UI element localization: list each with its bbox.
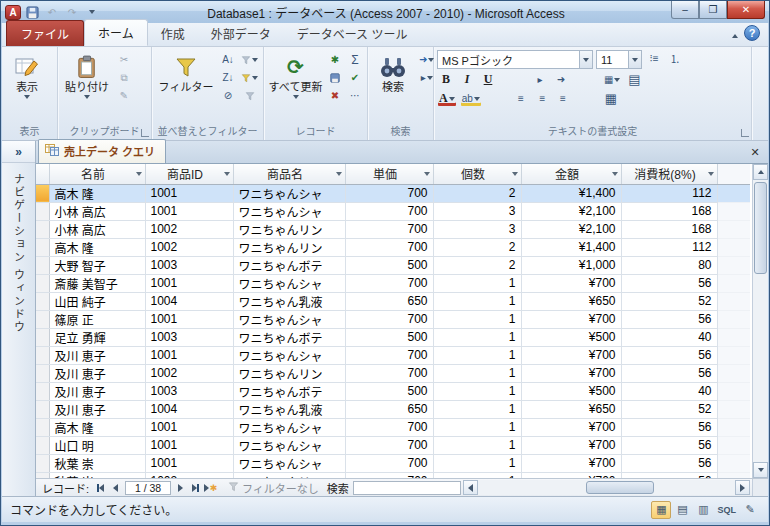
cell[interactable]: ワニちゃんリン bbox=[233, 364, 345, 382]
cell[interactable]: 1003 bbox=[145, 256, 233, 274]
cell[interactable]: 1 bbox=[433, 328, 521, 346]
cell[interactable]: 及川 恵子 bbox=[49, 364, 145, 382]
scroll-right-icon[interactable] bbox=[735, 480, 750, 495]
align-right-icon[interactable]: ≡ bbox=[554, 90, 572, 107]
cell[interactable]: 1002 bbox=[145, 220, 233, 238]
font-name-combo[interactable]: MS Pゴシック bbox=[437, 50, 593, 69]
filter-button[interactable]: フィルター bbox=[155, 50, 217, 97]
tab-sales-query[interactable]: 売上データ クエリ bbox=[38, 139, 166, 163]
cell[interactable]: 小林 高広 bbox=[49, 202, 145, 220]
horizontal-scrollbar[interactable] bbox=[463, 480, 750, 496]
alternate-row-color-icon[interactable]: ▤ bbox=[625, 71, 643, 88]
selection-filter-icon[interactable] bbox=[239, 51, 260, 68]
refresh-all-button[interactable]: ⟳ すべて更新 bbox=[267, 50, 324, 102]
column-header[interactable]: 商品ID bbox=[145, 164, 233, 184]
cell[interactable]: 2 bbox=[433, 184, 521, 202]
select-all-corner[interactable] bbox=[36, 164, 49, 184]
vertical-scroll-track[interactable] bbox=[753, 180, 768, 462]
cell[interactable]: 3 bbox=[433, 220, 521, 238]
cell[interactable]: 1001 bbox=[145, 454, 233, 472]
background-color-icon[interactable]: ▦ bbox=[602, 90, 620, 107]
cell[interactable]: 小林 高広 bbox=[49, 220, 145, 238]
cell[interactable]: 1003 bbox=[145, 382, 233, 400]
cell[interactable]: 700 bbox=[345, 274, 433, 292]
redo-icon[interactable]: ↷ bbox=[63, 4, 81, 20]
cell[interactable]: ワニちゃんリン bbox=[233, 238, 345, 256]
cell[interactable]: ワニちゃんシャ bbox=[233, 310, 345, 328]
column-filter-dropdown-icon[interactable] bbox=[336, 172, 342, 176]
cell[interactable]: 1 bbox=[433, 454, 521, 472]
row-selector[interactable] bbox=[36, 400, 49, 418]
align-left-icon[interactable]: ≡ bbox=[512, 90, 530, 107]
save-record-icon[interactable] bbox=[326, 69, 344, 86]
spelling-icon[interactable]: ✔ bbox=[346, 69, 364, 86]
cell[interactable]: 1001 bbox=[145, 418, 233, 436]
toggle-filter-icon[interactable] bbox=[239, 87, 260, 104]
cell[interactable]: 山田 純子 bbox=[49, 292, 145, 310]
tab-create[interactable]: 作成 bbox=[148, 21, 198, 46]
row-selector[interactable] bbox=[36, 292, 49, 310]
cell[interactable]: 56 bbox=[621, 454, 717, 472]
delete-record-icon[interactable]: ✖ bbox=[326, 87, 344, 104]
new-record-icon[interactable]: ✱ bbox=[326, 51, 344, 68]
cell[interactable]: ワニちゃんシャ bbox=[233, 436, 345, 454]
bullets-icon[interactable]: ⁝≡ bbox=[645, 50, 663, 67]
cell[interactable]: 高木 隆 bbox=[49, 184, 145, 202]
font-color-icon[interactable]: A bbox=[437, 90, 457, 107]
column-filter-dropdown-icon[interactable] bbox=[224, 172, 230, 176]
column-header[interactable]: 個数 bbox=[433, 164, 521, 184]
cut-icon[interactable]: ✂ bbox=[115, 51, 133, 68]
numbering-icon[interactable]: ⒈ bbox=[666, 50, 684, 67]
vertical-scroll-thumb[interactable] bbox=[754, 182, 767, 274]
cell[interactable]: 52 bbox=[621, 292, 717, 310]
vertical-scrollbar[interactable] bbox=[752, 164, 768, 478]
cell[interactable]: ¥2,100 bbox=[521, 220, 621, 238]
tab-database-tools[interactable]: データベース ツール bbox=[284, 21, 421, 46]
cell[interactable]: 大野 智子 bbox=[49, 256, 145, 274]
record-position[interactable]: 1 / 38 bbox=[125, 481, 171, 495]
new-record-button[interactable]: ✱ bbox=[203, 481, 218, 495]
cell[interactable]: 40 bbox=[621, 382, 717, 400]
column-header[interactable]: 消費税(8%) bbox=[621, 164, 717, 184]
column-filter-dropdown-icon[interactable] bbox=[612, 172, 618, 176]
cell[interactable]: 3 bbox=[433, 202, 521, 220]
undo-icon[interactable]: ↶ bbox=[43, 4, 61, 20]
bold-icon[interactable]: B bbox=[437, 71, 455, 88]
navigation-pane-title[interactable]: ナビゲーション ウィンドウ bbox=[11, 173, 27, 334]
cell[interactable]: 高木 隆 bbox=[49, 238, 145, 256]
cell[interactable]: ワニちゃんリン bbox=[233, 220, 345, 238]
cell[interactable]: 1002 bbox=[145, 364, 233, 382]
horizontal-scroll-thumb[interactable] bbox=[586, 481, 654, 494]
cell[interactable]: 1 bbox=[433, 292, 521, 310]
cell[interactable]: ¥1,400 bbox=[521, 238, 621, 256]
underline-icon[interactable]: U bbox=[479, 71, 497, 88]
save-icon[interactable] bbox=[23, 4, 41, 20]
cell[interactable]: 56 bbox=[621, 436, 717, 454]
row-selector[interactable] bbox=[36, 274, 49, 292]
cell[interactable]: 700 bbox=[345, 454, 433, 472]
cell[interactable]: 1 bbox=[433, 400, 521, 418]
cell[interactable]: ¥700 bbox=[521, 454, 621, 472]
cell[interactable]: 112 bbox=[621, 238, 717, 256]
cell[interactable]: ¥700 bbox=[521, 310, 621, 328]
cell[interactable]: 山口 明 bbox=[49, 436, 145, 454]
cell[interactable]: ワニちゃんシャ bbox=[233, 184, 345, 202]
cell[interactable]: ワニちゃん乳液 bbox=[233, 400, 345, 418]
row-selector[interactable] bbox=[36, 256, 49, 274]
cell[interactable]: 168 bbox=[621, 220, 717, 238]
cell[interactable]: 168 bbox=[621, 202, 717, 220]
close-button[interactable]: ✕ bbox=[727, 1, 765, 19]
qat-customize-icon[interactable] bbox=[83, 4, 101, 20]
totals-icon[interactable]: Σ bbox=[346, 51, 364, 68]
cell[interactable]: 56 bbox=[621, 274, 717, 292]
cell[interactable]: ¥1,400 bbox=[521, 184, 621, 202]
cell[interactable]: 足立 勇輝 bbox=[49, 328, 145, 346]
cell[interactable]: ¥700 bbox=[521, 364, 621, 382]
view-button[interactable]: 表示 bbox=[5, 50, 49, 102]
tab-file[interactable]: ファイル bbox=[6, 20, 84, 46]
cell[interactable]: 1 bbox=[433, 346, 521, 364]
row-selector[interactable] bbox=[36, 202, 49, 220]
column-filter-dropdown-icon[interactable] bbox=[136, 172, 142, 176]
cell[interactable]: 56 bbox=[621, 364, 717, 382]
pivottable-view-icon[interactable]: ▤ bbox=[672, 501, 692, 519]
